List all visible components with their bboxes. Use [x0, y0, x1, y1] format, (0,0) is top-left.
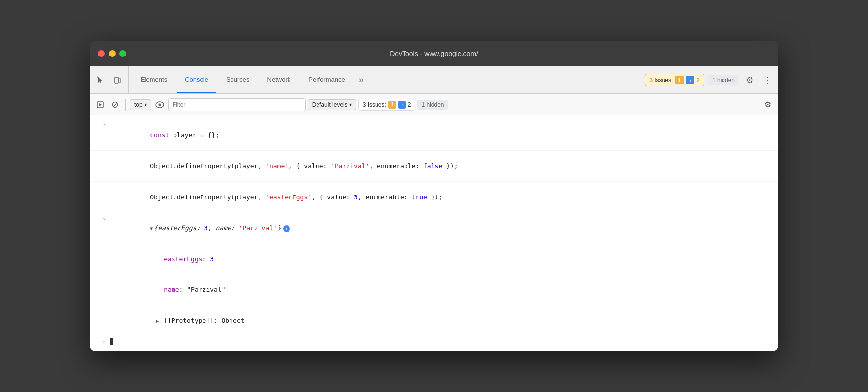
context-dropdown-arrow: ▾: [145, 102, 147, 107]
tab-network[interactable]: Network: [260, 66, 299, 93]
inspect-element-button[interactable]: [94, 73, 108, 87]
console-row-output: ‹ ▼{easterEggs: 3, name: 'Parzival'}i: [90, 213, 778, 244]
device-icon: [114, 76, 121, 84]
toolbar-issues-label: 3 Issues:: [363, 101, 386, 108]
tab-elements[interactable]: Elements: [133, 66, 175, 93]
svg-rect-0: [97, 77, 98, 78]
svg-rect-1: [115, 77, 118, 83]
row-content-1: const player = {};: [110, 120, 774, 149]
console-row-prototype: ▶ [[Prototype]]: Object: [90, 305, 778, 336]
hidden-badge[interactable]: 1 hidden: [708, 75, 739, 85]
console-toolbar: top ▾ Default levels ▾ 3 Issues: 1: [90, 94, 778, 115]
row-content-prop-name: name: "Parzival": [110, 276, 774, 305]
svg-rect-2: [119, 79, 121, 82]
eye-button[interactable]: [153, 98, 166, 111]
svg-line-6: [113, 103, 117, 107]
console-row-cont1: Object.defineProperty(player, 'name', { …: [90, 151, 778, 182]
info-badge: i: [686, 76, 694, 84]
svg-point-8: [158, 103, 161, 106]
more-tabs-button[interactable]: »: [355, 66, 368, 93]
devtools-body: Elements Console Sources Network Perform…: [90, 66, 778, 351]
prompt-arrow: ›: [90, 338, 110, 345]
tabbar: Elements Console Sources Network Perform…: [90, 66, 778, 94]
svg-marker-4: [99, 103, 102, 106]
toolbar-warning-badge: 1: [388, 101, 396, 109]
console-settings-button[interactable]: ⚙: [761, 98, 774, 111]
console-row-cont2: Object.defineProperty(player, 'easterEgg…: [90, 182, 778, 213]
row-content-prototype: ▶ [[Prototype]]: Object: [110, 306, 774, 335]
row-gutter-6: [90, 276, 110, 277]
row-content-prop-easter: easterEggs: 3: [110, 245, 774, 274]
filter-input[interactable]: [168, 98, 306, 111]
tabbar-right: 3 Issues: 1 i 2 1 hidden ⚙ ⋮: [645, 73, 774, 87]
console-row-prop-easter: easterEggs: 3: [90, 244, 778, 275]
device-toolbar-button[interactable]: [111, 73, 124, 87]
titlebar: DevTools - www.google.com/: [90, 41, 778, 66]
levels-dropdown-arrow: ▾: [349, 102, 352, 107]
console-row-prop-name: name: "Parzival": [90, 275, 778, 306]
eye-icon: [155, 101, 164, 108]
row-content-output: ▼{easterEggs: 3, name: 'Parzival'}i: [110, 214, 774, 243]
context-selector[interactable]: top ▾: [130, 99, 151, 110]
maximize-button[interactable]: [119, 50, 126, 57]
row-content-3: Object.defineProperty(player, 'easterEgg…: [110, 183, 774, 212]
close-button[interactable]: [98, 50, 105, 57]
toolbar-divider: [125, 99, 126, 111]
tab-performance[interactable]: Performance: [300, 66, 352, 93]
info-icon[interactable]: i: [283, 225, 290, 232]
prompt-cursor: [110, 338, 113, 345]
row-gutter: ›: [90, 120, 110, 128]
output-arrow: ‹: [102, 215, 106, 222]
more-options-button[interactable]: ⋮: [760, 73, 774, 87]
devtools-main-icons: [94, 66, 129, 93]
toolbar-issues-count[interactable]: 3 Issues: 1 i 2: [358, 99, 416, 111]
window-title: DevTools - www.google.com/: [390, 50, 478, 57]
row-gutter-3: [90, 183, 110, 184]
tab-sources[interactable]: Sources: [218, 66, 258, 93]
row-content-2: Object.defineProperty(player, 'name', { …: [110, 152, 774, 181]
issues-info-count: 2: [696, 77, 700, 84]
toolbar-hidden-badge[interactable]: 1 hidden: [417, 100, 448, 110]
console-row-input: › const player = {};: [90, 119, 778, 151]
no-icon: [112, 101, 118, 108]
tab-console[interactable]: Console: [177, 66, 216, 93]
settings-button[interactable]: ⚙: [743, 73, 756, 87]
issues-badge[interactable]: 3 Issues: 1 i 2: [645, 74, 704, 86]
play-icon: [97, 101, 104, 108]
expand-triangle-right[interactable]: ▶: [156, 317, 159, 325]
row-gutter-4: ‹: [90, 214, 110, 222]
devtools-window: DevTools - www.google.com/: [90, 41, 778, 351]
row-gutter-5: [90, 245, 110, 246]
console-prompt-row[interactable]: ›: [90, 336, 778, 347]
clear-console-button[interactable]: [109, 98, 121, 111]
minimize-button[interactable]: [109, 50, 116, 57]
toolbar-info-badge: i: [398, 101, 406, 109]
levels-dropdown[interactable]: Default levels ▾: [308, 99, 356, 110]
row-gutter-7: [90, 306, 110, 307]
warning-badge: 1: [675, 76, 684, 84]
expand-triangle-down[interactable]: ▼: [150, 225, 153, 232]
input-arrow: ›: [102, 121, 106, 128]
traffic-lights: [98, 50, 126, 57]
execute-button[interactable]: [94, 98, 107, 111]
row-gutter-2: [90, 152, 110, 153]
issues-label: 3 Issues:: [649, 77, 673, 84]
cursor-icon: [97, 76, 105, 84]
console-content: › const player = {}; Object.defineProper…: [90, 115, 778, 351]
